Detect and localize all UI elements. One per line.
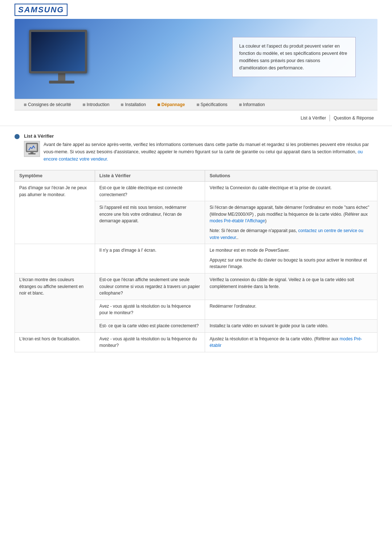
hero-text-box: La couleur et l'aspect du produit peuven… [232,37,356,77]
service-center-link[interactable]: contactez un centre de service ou votre … [209,228,363,240]
section-indicator-dot [15,134,20,139]
main-content: List à Vérifier Avant de faire appel au … [0,126,392,360]
preestablish-link2[interactable]: modes Pré-établir [209,336,362,348]
table-row: L'écran montre des couleurs étranges ou … [15,273,377,300]
col-symptom: Symptôme [15,170,95,182]
nav-tab-spécifications[interactable]: Spécifications [191,99,233,110]
solution-cell: Le moniteur est en mode de PowerSaver.Ap… [205,244,377,274]
nav-tab-dot [24,104,26,106]
sub-nav-item[interactable]: Question & Réponse [330,115,377,121]
monitor-stand [58,73,65,81]
solution-cell: Redémarrer l'ordinateur. [205,300,377,319]
nav-tab-label: Installation [125,102,146,107]
check-cell: Si l'appareil est mis sous tension, redé… [95,201,205,244]
table-header-row: Symptôme Liste à Vérifier Solutions [15,170,377,182]
section-description: Avant de faire appel au service après-ve… [44,141,377,163]
table-row: L'écran est hors de focalisation.Avez - … [15,332,377,352]
nav-tab-introduction[interactable]: Introduction [77,99,115,110]
symptom-cell: L'écran montre des couleurs étranges ou … [15,273,95,332]
nav-tab-installation[interactable]: Installation [115,99,151,110]
nav-tab-consignes-de-sécurité[interactable]: Consignes de sécurité [18,99,77,110]
nav-tab-label: Information [243,102,265,107]
nav-tabs: Consignes de sécuritéIntroductionInstall… [15,99,377,110]
nav-tab-dot [121,104,123,106]
nav-tab-label: Introduction [87,102,110,107]
samsung-logo: SAMSUNG [15,4,68,16]
sub-nav-item[interactable]: List à Vérifier [297,115,330,121]
sub-nav: List à VérifierQuestion & Réponse [0,110,392,126]
header: SAMSUNG [0,0,392,19]
svg-rect-2 [30,152,33,153]
nav-tab-dot [197,104,199,106]
solution-cell: Vérifiez la Connexion du cable électriqu… [205,182,377,201]
symptom-cell [15,244,95,274]
solution-cell: Vérifiez la connexion du câble de signal… [205,273,377,300]
solution-cell: Ajustez la résolution et la fréquence de… [205,332,377,352]
col-solutions: Solutions [205,170,377,182]
section-icon [24,141,40,157]
symptom-cell: L'écran est hors de focalisation. [15,332,95,352]
nav-tab-label: Dépannage [162,102,185,107]
section-title: List à Vérifier [24,133,377,139]
nav-tab-dépannage[interactable]: Dépannage [152,99,191,110]
troubleshoot-table: Symptôme Liste à Vérifier Solutions Pas … [15,170,377,352]
solution-cell: Installez la carte vidéo en suivant le g… [205,319,377,332]
check-cell: Est-ce que l'écran affiche seulement une… [95,273,205,300]
hero-monitor-graphic [29,30,94,88]
nav-tab-dot [158,104,160,106]
col-checklist: Liste à Vérifier [95,170,205,182]
nav-tab-dot [239,104,242,106]
hero-description: La couleur et l'aspect du produit peuven… [239,44,347,70]
preestablish-link[interactable]: modes Pré-établir l'Affichage [209,218,265,223]
check-cell: Est-ce que le câble électrique est conne… [95,182,205,201]
check-cell: Avez - vous ajusté la résolution ou la f… [95,300,205,319]
table-row: Pas d'image sur l'écran Je ne peux pas a… [15,182,377,201]
check-cell: Avez - vous ajusté la résolution ou la f… [95,332,205,352]
symptom-cell: Pas d'image sur l'écran Je ne peux pas a… [15,182,95,244]
svg-point-4 [29,149,30,150]
nav-tab-label: Spécifications [201,102,228,107]
svg-rect-3 [28,153,36,154]
nav-tab-dot [83,104,85,106]
section-header: List à Vérifier Avant de faire appel au … [15,133,377,163]
check-cell: Il n'y a pas d'image à l' écran. [95,244,205,274]
monitor-base [49,81,74,84]
nav-tab-information[interactable]: Information [233,99,271,110]
check-cell: Est- ce que la carte video est placée co… [95,319,205,332]
table-row: Il n'y a pas d'image à l' écran.Le monit… [15,244,377,274]
nav-tab-label: Consignes de sécurité [28,102,71,107]
hero-banner: La couleur et l'aspect du produit peuven… [15,19,377,99]
monitor-screen [29,30,87,73]
solution-cell: Si l'écran de démarrage apparait, faite … [205,201,377,244]
